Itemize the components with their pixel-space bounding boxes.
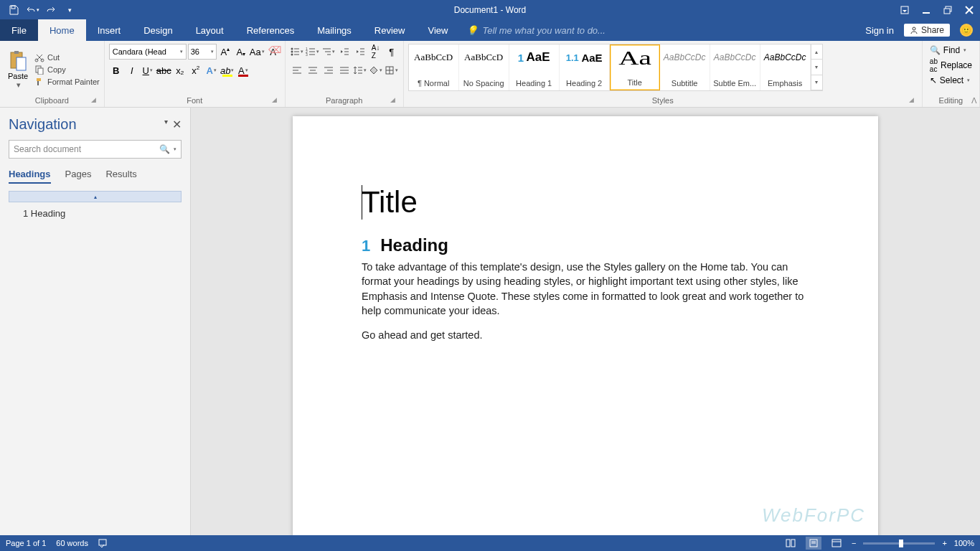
nav-heading-item[interactable]: 1 Heading — [9, 205, 182, 222]
numbering-button[interactable]: 123▾ — [306, 44, 320, 60]
tab-design[interactable]: Design — [132, 19, 184, 41]
underline-button[interactable]: U▾ — [141, 62, 155, 78]
sign-in-link[interactable]: Sign in — [865, 25, 894, 36]
shading-button[interactable]: ▾ — [369, 62, 383, 78]
grow-font-button[interactable]: A▴ — [218, 44, 232, 60]
doc-paragraph-2[interactable]: Go ahead and get started. — [362, 328, 809, 342]
zoom-slider[interactable] — [863, 542, 935, 545]
sort-button[interactable]: A↓Z — [369, 44, 383, 60]
style-heading-1[interactable]: 1 AaEHeading 1 — [509, 44, 560, 90]
collapse-ribbon-button[interactable]: ᐱ — [971, 96, 977, 105]
superscript-button[interactable]: x2 — [189, 62, 203, 78]
tab-view[interactable]: View — [416, 19, 459, 41]
show-marks-button[interactable]: ¶ — [385, 44, 399, 60]
tell-me-box[interactable]: 💡 Tell me what you want to do... — [459, 19, 613, 41]
style-subtle-emphasis[interactable]: AaBbCcDcSubtle Em... — [710, 44, 760, 90]
clear-formatting-button[interactable]: A⌫ — [266, 44, 281, 60]
clipboard-dialog-launcher[interactable]: ◢ — [90, 96, 98, 105]
doc-title[interactable]: Title — [362, 185, 809, 220]
zoom-out-button[interactable]: − — [852, 539, 856, 547]
align-left-button[interactable] — [290, 62, 304, 78]
copy-button[interactable]: Copy — [34, 65, 100, 75]
find-button[interactable]: 🔍Find▾ — [930, 45, 972, 55]
tab-references[interactable]: References — [235, 19, 306, 41]
nav-options-button[interactable]: ▾ — [164, 118, 168, 131]
tab-layout[interactable]: Layout — [184, 19, 235, 41]
customize-qat-button[interactable]: ▾ — [62, 2, 77, 18]
bullets-button[interactable]: ▾ — [290, 44, 304, 60]
tab-home[interactable]: Home — [38, 19, 86, 41]
document-page[interactable]: Title 1 Heading To take advantage of thi… — [293, 116, 878, 535]
save-icon[interactable] — [6, 2, 22, 18]
paste-button[interactable]: Paste ▾ — [4, 44, 32, 95]
web-layout-button[interactable] — [829, 537, 844, 550]
italic-button[interactable]: I — [125, 62, 139, 78]
cut-button[interactable]: Cut — [34, 52, 100, 62]
nav-tab-results[interactable]: Results — [105, 169, 136, 184]
shrink-font-button[interactable]: A▾ — [234, 44, 248, 60]
justify-button[interactable] — [337, 62, 352, 78]
styles-dialog-launcher[interactable]: ◢ — [908, 96, 916, 105]
ribbon-display-options-icon[interactable] — [894, 0, 915, 19]
nav-tab-pages[interactable]: Pages — [65, 169, 92, 184]
change-case-button[interactable]: Aa▾ — [250, 44, 265, 60]
multilevel-list-button[interactable]: ▾ — [321, 44, 336, 60]
format-painter-button[interactable]: Format Painter — [34, 77, 100, 87]
tab-file[interactable]: File — [0, 19, 38, 41]
style-subtitle[interactable]: AaBbCcDcSubtitle — [660, 44, 710, 90]
doc-paragraph-1[interactable]: To take advantage of this template's des… — [362, 260, 809, 318]
font-name-combo[interactable]: Candara (Head▾ — [109, 44, 187, 60]
text-effects-button[interactable]: A▾ — [204, 62, 219, 78]
align-right-button[interactable] — [321, 62, 336, 78]
style-normal[interactable]: AaBbCcD¶ Normal — [409, 44, 459, 90]
nav-close-button[interactable]: ✕ — [172, 118, 182, 131]
read-mode-button[interactable] — [783, 537, 798, 550]
redo-button[interactable] — [43, 2, 59, 18]
nav-tab-headings[interactable]: Headings — [9, 169, 51, 184]
styles-row-up[interactable]: ▴ — [811, 44, 822, 60]
style-emphasis[interactable]: AaBbCcDcEmphasis — [760, 44, 811, 90]
style-heading-2[interactable]: 1.1 AaEHeading 2 — [560, 44, 610, 90]
decrease-indent-button[interactable] — [337, 44, 352, 60]
strikethrough-button[interactable]: abc — [156, 62, 171, 78]
styles-row-down[interactable]: ▾ — [811, 60, 822, 75]
font-dialog-launcher[interactable]: ◢ — [270, 96, 279, 105]
style-no-spacing[interactable]: AaBbCcDNo Spacing — [459, 44, 509, 90]
zoom-in-button[interactable]: + — [942, 539, 946, 547]
minimize-button[interactable] — [915, 0, 937, 19]
paragraph-dialog-launcher[interactable]: ◢ — [389, 96, 397, 105]
replace-button[interactable]: abacReplace — [930, 57, 972, 73]
svg-rect-15 — [37, 78, 41, 81]
tab-review[interactable]: Review — [363, 19, 417, 41]
style-title[interactable]: AaTitle — [610, 44, 660, 90]
spellcheck-icon[interactable] — [98, 537, 108, 549]
bold-button[interactable]: B — [109, 62, 123, 78]
increase-indent-button[interactable] — [353, 44, 367, 60]
tab-insert[interactable]: Insert — [86, 19, 133, 41]
copy-icon — [34, 65, 44, 75]
document-area[interactable]: Title 1 Heading To take advantage of thi… — [191, 108, 980, 535]
font-size-combo[interactable]: 36▾ — [188, 44, 217, 60]
close-button[interactable] — [958, 0, 980, 19]
doc-heading-1[interactable]: 1 Heading — [362, 235, 809, 255]
line-spacing-button[interactable]: ▾ — [353, 62, 367, 78]
nav-search-input[interactable]: Search document 🔍▾ — [9, 140, 182, 159]
styles-expand[interactable]: ▾ — [811, 75, 822, 90]
tab-mailings[interactable]: Mailings — [306, 19, 363, 41]
restore-button[interactable] — [937, 0, 958, 19]
svg-rect-0 — [11, 6, 15, 9]
nav-collapse-all[interactable]: ▴ — [9, 191, 182, 202]
feedback-smiley-icon[interactable]: 🙂 — [960, 24, 973, 37]
font-color-button[interactable]: A▾ — [236, 62, 250, 78]
print-layout-button[interactable] — [806, 537, 821, 550]
page-count[interactable]: Page 1 of 1 — [6, 539, 46, 547]
word-count[interactable]: 60 words — [56, 539, 88, 547]
undo-button[interactable]: ▾ — [24, 2, 40, 18]
borders-button[interactable]: ▾ — [385, 62, 399, 78]
select-button[interactable]: ↖Select▾ — [930, 75, 972, 85]
share-button[interactable]: Share — [904, 24, 950, 37]
highlight-color-button[interactable]: ab▾ — [220, 62, 235, 78]
subscript-button[interactable]: x2 — [173, 62, 187, 78]
zoom-level[interactable]: 100% — [954, 539, 974, 547]
align-center-button[interactable] — [306, 62, 320, 78]
